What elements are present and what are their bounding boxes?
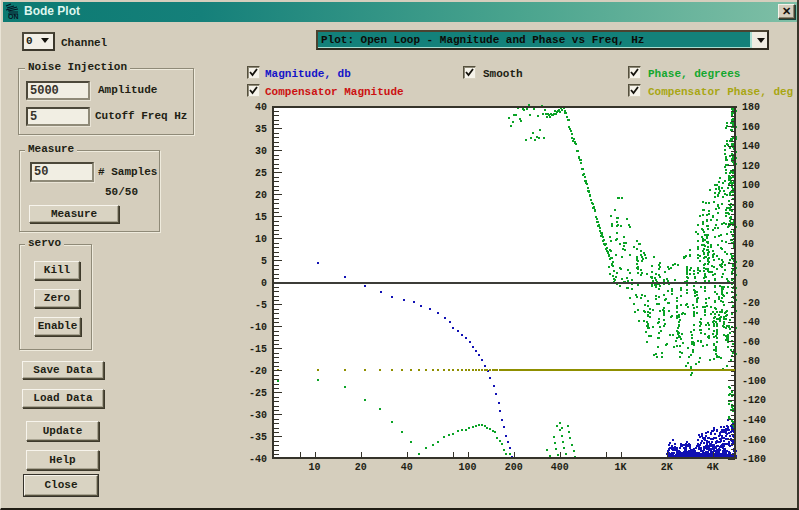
svg-text:20: 20 (355, 462, 367, 473)
svg-text:-120: -120 (742, 395, 766, 406)
svg-text:4K: 4K (707, 462, 719, 473)
svg-text:-100: -100 (742, 376, 766, 387)
svg-text:0: 0 (742, 278, 748, 289)
svg-text:-15: -15 (249, 344, 267, 355)
svg-text:-5: -5 (255, 300, 267, 311)
svg-text:-180: -180 (742, 454, 766, 465)
svg-text:-40: -40 (249, 454, 267, 465)
svg-text:30: 30 (255, 146, 267, 157)
svg-text:-20: -20 (742, 298, 760, 309)
svg-text:-35: -35 (249, 432, 267, 443)
svg-text:60: 60 (742, 219, 754, 230)
svg-text:-10: -10 (249, 322, 267, 333)
svg-text:40: 40 (742, 239, 754, 250)
svg-text:140: 140 (742, 141, 760, 152)
svg-text:180: 180 (742, 102, 760, 113)
svg-text:-20: -20 (249, 366, 267, 377)
svg-text:10: 10 (309, 462, 321, 473)
svg-text:-60: -60 (742, 337, 760, 348)
svg-text:400: 400 (551, 462, 569, 473)
svg-text:40: 40 (401, 462, 413, 473)
svg-text:1K: 1K (615, 462, 627, 473)
svg-text:20: 20 (255, 190, 267, 201)
svg-text:100: 100 (742, 180, 760, 191)
svg-text:160: 160 (742, 122, 760, 133)
svg-text:-30: -30 (249, 410, 267, 421)
svg-text:2K: 2K (661, 462, 673, 473)
svg-text:120: 120 (742, 161, 760, 172)
svg-text:-25: -25 (249, 388, 267, 399)
svg-text:-40: -40 (742, 317, 760, 328)
svg-text:0: 0 (261, 278, 267, 289)
svg-text:200: 200 (505, 462, 523, 473)
svg-text:-140: -140 (742, 415, 766, 426)
svg-text:80: 80 (742, 200, 754, 211)
svg-text:10: 10 (255, 234, 267, 245)
svg-text:40: 40 (255, 102, 267, 113)
svg-text:-80: -80 (742, 356, 760, 367)
svg-text:15: 15 (255, 212, 267, 223)
svg-text:25: 25 (255, 168, 267, 179)
svg-text:5: 5 (261, 256, 267, 267)
svg-text:35: 35 (255, 124, 267, 135)
svg-text:100: 100 (459, 462, 477, 473)
svg-text:20: 20 (742, 259, 754, 270)
svg-text:-160: -160 (742, 435, 766, 446)
